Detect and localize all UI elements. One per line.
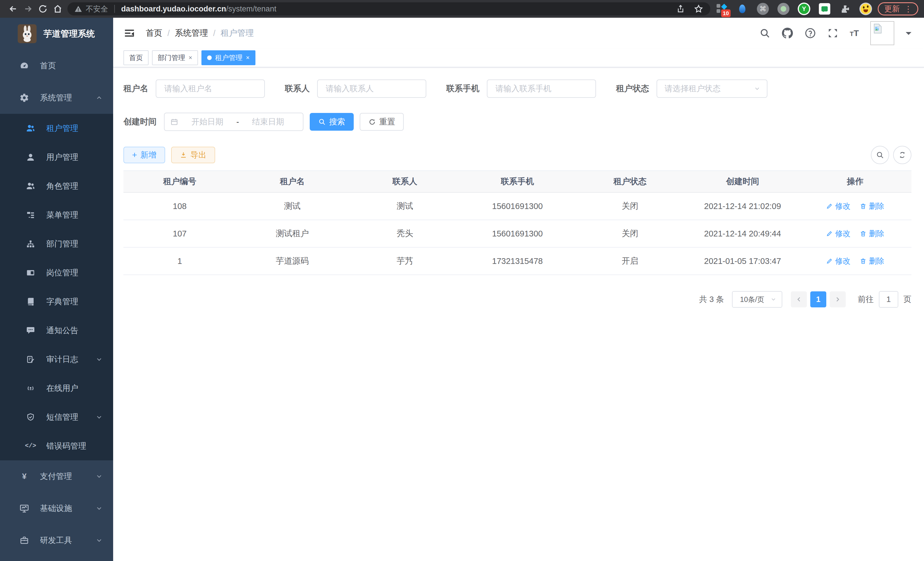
extension-chat-icon[interactable] [818, 3, 831, 15]
page-number-button[interactable]: 1 [810, 291, 826, 307]
extension-y-icon[interactable]: Y [798, 3, 810, 15]
chevron-down-icon [95, 356, 103, 363]
header-search-icon[interactable] [759, 28, 770, 39]
table-row: 1 芋道源码 芋艿 17321315478 开启 2021-01-05 17:0… [123, 248, 911, 275]
sidebar-item-pay[interactable]: ¥ 支付管理 [0, 460, 113, 492]
add-button[interactable]: + 新增 [123, 147, 165, 163]
refresh-button[interactable] [893, 146, 911, 164]
browser-home-icon[interactable] [50, 2, 65, 16]
pagination-total: 共 3 条 [699, 294, 724, 305]
delete-button[interactable]: 删除 [860, 201, 884, 211]
search-icon [876, 151, 884, 159]
not-secure-warning-icon [74, 5, 82, 13]
extension-record-icon[interactable] [777, 3, 790, 15]
tab-dept[interactable]: 部门管理 × [152, 50, 198, 65]
browser-back-icon[interactable] [6, 2, 21, 16]
browser-update-button[interactable]: 更新 ⋮ [878, 2, 918, 15]
sidebar-item-user[interactable]: 用户管理 [0, 143, 113, 171]
extension-badge: 10 [721, 9, 730, 17]
browser-forward-icon[interactable] [21, 2, 35, 16]
table-row: 108 测试 测试 15601691300 关闭 2021-12-14 21:0… [123, 193, 911, 220]
date-range-picker[interactable]: 开始日期 - 结束日期 [164, 113, 303, 131]
sidebar-item-system[interactable]: 系统管理 [0, 82, 113, 114]
edit-button[interactable]: 修改 [826, 229, 850, 239]
breadcrumb-system[interactable]: 系统管理 [175, 27, 208, 39]
sidebar-item-dept[interactable]: 部门管理 [0, 229, 113, 258]
org-icon [25, 239, 37, 248]
help-icon[interactable] [805, 27, 816, 39]
sidebar-item-sms[interactable]: 短信管理 [0, 403, 113, 432]
close-icon[interactable]: × [189, 54, 192, 62]
extension-kite-icon[interactable] [736, 3, 748, 15]
goto-page-input[interactable] [879, 291, 898, 308]
status-select[interactable]: 请选择租户状态 [657, 80, 767, 98]
sidebar-item-notice[interactable]: 通知公告 [0, 316, 113, 345]
users-icon [25, 182, 37, 191]
fullscreen-icon[interactable] [827, 28, 838, 39]
sidebar-item-infra[interactable]: 基础设施 [0, 492, 113, 524]
sidebar-item-audit-log[interactable]: 审计日志 [0, 345, 113, 374]
close-icon[interactable]: × [246, 54, 250, 62]
sidebar-item-dev-tools[interactable]: 研发工具 [0, 524, 113, 556]
tab-tenant[interactable]: 租户管理 × [201, 50, 255, 65]
sidebar: 芋道管理系统 首页 系统管理 租户管理 用户管理 角色管理 [0, 18, 113, 561]
pagination: 共 3 条 10条/页 1 前往 页 [123, 291, 911, 308]
url-path: /system/tenant [226, 5, 277, 14]
sidebar-item-menu[interactable]: 菜单管理 [0, 200, 113, 229]
online-icon [25, 384, 37, 393]
emoji-icon[interactable] [860, 3, 872, 15]
filter-create-time: 创建时间 开始日期 - 结束日期 [123, 113, 303, 131]
code-icon: </> [25, 442, 37, 450]
tenant-name-input[interactable] [156, 80, 265, 98]
url-host: dashboard.yudao.iocoder.cn [121, 5, 226, 14]
avatar[interactable] [870, 21, 894, 45]
tab-home[interactable]: 首页 [123, 50, 148, 65]
github-icon[interactable] [782, 27, 793, 39]
edit-button[interactable]: 修改 [826, 256, 850, 266]
sidebar-item-online-user[interactable]: 在线用户 [0, 374, 113, 403]
edit-icon [826, 258, 833, 265]
sidebar-item-post[interactable]: 岗位管理 [0, 258, 113, 287]
reset-button[interactable]: 重置 [360, 113, 404, 131]
sidebar-item-error-code[interactable]: </> 错误码管理 [0, 432, 113, 460]
date-end-placeholder: 结束日期 [239, 116, 297, 127]
chevron-down-icon [754, 85, 760, 92]
sidebar-item-home[interactable]: 首页 [0, 50, 113, 82]
export-button[interactable]: 导出 [171, 147, 215, 163]
chevron-right-icon [834, 296, 842, 303]
delete-button[interactable]: 删除 [860, 229, 884, 239]
next-page-button[interactable] [830, 291, 846, 307]
sidebar-item-role[interactable]: 角色管理 [0, 171, 113, 200]
address-bar[interactable]: 不安全 dashboard.yudao.iocoder.cn /system/t… [68, 2, 710, 15]
hamburger-icon[interactable] [123, 27, 135, 39]
idcard-icon [25, 268, 37, 277]
extension-grid-icon[interactable]: 10 [716, 3, 728, 15]
chevron-down-icon[interactable] [906, 32, 911, 38]
breadcrumb-home[interactable]: 首页 [146, 27, 162, 39]
search-button[interactable]: 搜索 [310, 113, 354, 131]
font-size-icon[interactable]: TT [850, 28, 859, 38]
edit-icon [826, 230, 833, 237]
delete-button[interactable]: 删除 [860, 256, 884, 266]
browser-reload-icon[interactable] [35, 2, 50, 16]
contact-input[interactable] [317, 80, 426, 98]
mobile-input[interactable] [487, 80, 596, 98]
tenant-page: 租户名 联系人 联系手机 租户状态 请选择租户状态 [113, 68, 924, 561]
delete-icon [860, 203, 867, 210]
bookmark-star-icon[interactable] [694, 4, 704, 14]
yen-icon: ¥ [18, 472, 30, 481]
app-logo[interactable]: 芋道管理系统 [0, 18, 113, 50]
puzzle-icon[interactable] [839, 3, 851, 15]
sidebar-item-dict[interactable]: 字典管理 [0, 287, 113, 316]
browser-menu-icon[interactable]: ⋮ [904, 4, 912, 14]
sidebar-item-tenant[interactable]: 租户管理 [0, 114, 113, 143]
browser-toolbar: 不安全 dashboard.yudao.iocoder.cn /system/t… [0, 0, 924, 18]
chevron-down-icon [95, 505, 103, 512]
prev-page-button[interactable] [791, 291, 807, 307]
page-size-select[interactable]: 10条/页 [732, 291, 782, 308]
edit-button[interactable]: 修改 [826, 201, 850, 211]
command-icon[interactable]: ⌘ [757, 3, 769, 15]
share-icon[interactable] [676, 4, 685, 14]
gear-icon [18, 93, 30, 103]
toggle-search-button[interactable] [871, 146, 889, 164]
